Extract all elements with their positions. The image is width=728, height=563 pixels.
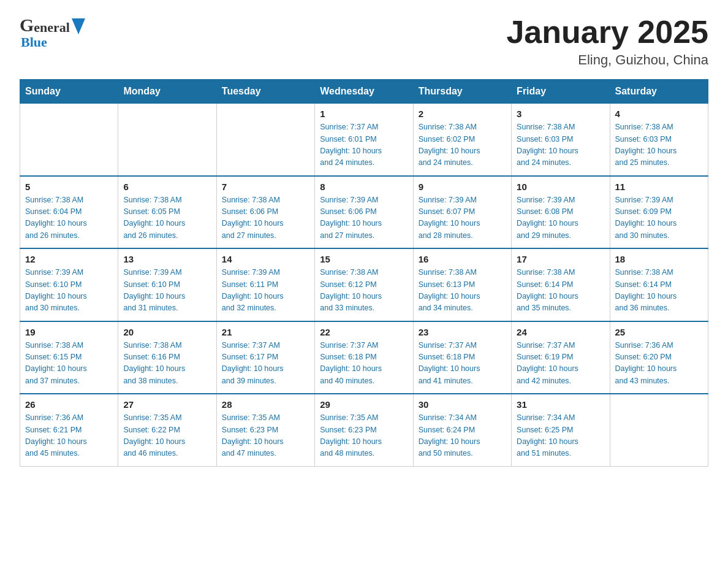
month-title: January 2025: [506, 15, 708, 50]
day-info: Sunrise: 7:39 AM Sunset: 6:08 PM Dayligh…: [517, 194, 604, 242]
calendar-cell: 25Sunrise: 7:36 AM Sunset: 6:20 PM Dayli…: [610, 321, 708, 394]
day-number: 15: [320, 254, 408, 264]
day-info: Sunrise: 7:34 AM Sunset: 6:25 PM Dayligh…: [517, 412, 604, 460]
day-number: 7: [222, 182, 309, 192]
calendar-cell: 13Sunrise: 7:39 AM Sunset: 6:10 PM Dayli…: [118, 248, 216, 321]
day-info: Sunrise: 7:39 AM Sunset: 6:06 PM Dayligh…: [320, 194, 408, 242]
calendar-cell: [610, 394, 708, 466]
day-number: 11: [615, 182, 703, 192]
day-info: Sunrise: 7:38 AM Sunset: 6:03 PM Dayligh…: [615, 121, 703, 169]
calendar-cell: 8Sunrise: 7:39 AM Sunset: 6:06 PM Daylig…: [315, 176, 413, 249]
calendar-cell: 24Sunrise: 7:37 AM Sunset: 6:19 PM Dayli…: [512, 321, 610, 394]
logo-eneral: eneral: [34, 20, 70, 36]
day-info: Sunrise: 7:37 AM Sunset: 6:18 PM Dayligh…: [419, 340, 506, 388]
day-info: Sunrise: 7:39 AM Sunset: 6:10 PM Dayligh…: [25, 267, 113, 315]
day-info: Sunrise: 7:38 AM Sunset: 6:14 PM Dayligh…: [517, 267, 604, 315]
day-number: 24: [517, 327, 604, 337]
day-number: 18: [615, 254, 703, 264]
calendar-week-row: 26Sunrise: 7:36 AM Sunset: 6:21 PM Dayli…: [20, 394, 708, 466]
logo: G eneral Blue: [20, 15, 85, 50]
day-number: 13: [123, 254, 211, 264]
calendar-cell: 23Sunrise: 7:37 AM Sunset: 6:18 PM Dayli…: [413, 321, 511, 394]
day-info: Sunrise: 7:35 AM Sunset: 6:23 PM Dayligh…: [222, 412, 309, 460]
logo-blue-text: Blue: [21, 34, 47, 50]
page-header: G eneral Blue January 2025 Eling, Guizho…: [20, 15, 708, 68]
day-number: 8: [320, 182, 408, 192]
day-info: Sunrise: 7:38 AM Sunset: 6:05 PM Dayligh…: [123, 194, 211, 242]
logo-arrow-icon: [72, 18, 85, 34]
day-number: 1: [320, 109, 408, 119]
day-info: Sunrise: 7:38 AM Sunset: 6:14 PM Dayligh…: [615, 267, 703, 315]
calendar-day-header: Monday: [118, 80, 216, 104]
day-number: 26: [25, 399, 113, 410]
calendar-cell: 4Sunrise: 7:38 AM Sunset: 6:03 PM Daylig…: [610, 104, 708, 176]
day-number: 31: [517, 399, 604, 410]
day-number: 30: [419, 399, 506, 410]
calendar-cell: 6Sunrise: 7:38 AM Sunset: 6:05 PM Daylig…: [118, 176, 216, 249]
calendar-cell: [216, 104, 314, 176]
day-number: 19: [25, 327, 113, 337]
day-info: Sunrise: 7:38 AM Sunset: 6:13 PM Dayligh…: [419, 267, 506, 315]
day-info: Sunrise: 7:39 AM Sunset: 6:07 PM Dayligh…: [419, 194, 506, 242]
day-number: 25: [615, 327, 703, 337]
calendar-cell: 5Sunrise: 7:38 AM Sunset: 6:04 PM Daylig…: [20, 176, 118, 249]
calendar-cell: 27Sunrise: 7:35 AM Sunset: 6:22 PM Dayli…: [118, 394, 216, 466]
calendar-cell: 10Sunrise: 7:39 AM Sunset: 6:08 PM Dayli…: [512, 176, 610, 249]
calendar-cell: 20Sunrise: 7:38 AM Sunset: 6:16 PM Dayli…: [118, 321, 216, 394]
calendar-cell: 1Sunrise: 7:37 AM Sunset: 6:01 PM Daylig…: [315, 104, 413, 176]
day-info: Sunrise: 7:39 AM Sunset: 6:11 PM Dayligh…: [222, 267, 309, 315]
day-number: 2: [419, 109, 506, 119]
day-info: Sunrise: 7:38 AM Sunset: 6:16 PM Dayligh…: [123, 340, 211, 388]
day-number: 16: [419, 254, 506, 264]
day-info: Sunrise: 7:38 AM Sunset: 6:15 PM Dayligh…: [25, 340, 113, 388]
calendar-cell: 28Sunrise: 7:35 AM Sunset: 6:23 PM Dayli…: [216, 394, 314, 466]
day-number: 21: [222, 327, 309, 337]
calendar-day-header: Saturday: [610, 80, 708, 104]
location-title: Eling, Guizhou, China: [506, 52, 708, 68]
calendar-table: SundayMondayTuesdayWednesdayThursdayFrid…: [20, 79, 708, 467]
day-info: Sunrise: 7:37 AM Sunset: 6:17 PM Dayligh…: [222, 340, 309, 388]
day-info: Sunrise: 7:36 AM Sunset: 6:20 PM Dayligh…: [615, 340, 703, 388]
calendar-cell: 9Sunrise: 7:39 AM Sunset: 6:07 PM Daylig…: [413, 176, 511, 249]
logo-g: G: [20, 15, 34, 36]
day-number: 27: [123, 399, 211, 410]
calendar-cell: 3Sunrise: 7:38 AM Sunset: 6:03 PM Daylig…: [512, 104, 610, 176]
day-info: Sunrise: 7:36 AM Sunset: 6:21 PM Dayligh…: [25, 412, 113, 460]
day-info: Sunrise: 7:39 AM Sunset: 6:09 PM Dayligh…: [615, 194, 703, 242]
day-number: 12: [25, 254, 113, 264]
calendar-day-header: Tuesday: [216, 80, 314, 104]
day-info: Sunrise: 7:37 AM Sunset: 6:01 PM Dayligh…: [320, 121, 408, 169]
day-number: 20: [123, 327, 211, 337]
day-info: Sunrise: 7:37 AM Sunset: 6:18 PM Dayligh…: [320, 340, 408, 388]
calendar-day-header: Wednesday: [315, 80, 413, 104]
calendar-cell: 30Sunrise: 7:34 AM Sunset: 6:24 PM Dayli…: [413, 394, 511, 466]
calendar-cell: 22Sunrise: 7:37 AM Sunset: 6:18 PM Dayli…: [315, 321, 413, 394]
calendar-cell: 11Sunrise: 7:39 AM Sunset: 6:09 PM Dayli…: [610, 176, 708, 249]
calendar-cell: 17Sunrise: 7:38 AM Sunset: 6:14 PM Dayli…: [512, 248, 610, 321]
calendar-cell: [118, 104, 216, 176]
calendar-cell: 12Sunrise: 7:39 AM Sunset: 6:10 PM Dayli…: [20, 248, 118, 321]
day-info: Sunrise: 7:39 AM Sunset: 6:10 PM Dayligh…: [123, 267, 211, 315]
day-number: 5: [25, 182, 113, 192]
calendar-cell: 19Sunrise: 7:38 AM Sunset: 6:15 PM Dayli…: [20, 321, 118, 394]
day-number: 3: [517, 109, 604, 119]
calendar-cell: 21Sunrise: 7:37 AM Sunset: 6:17 PM Dayli…: [216, 321, 314, 394]
calendar-cell: 18Sunrise: 7:38 AM Sunset: 6:14 PM Dayli…: [610, 248, 708, 321]
calendar-cell: 15Sunrise: 7:38 AM Sunset: 6:12 PM Dayli…: [315, 248, 413, 321]
calendar-day-header: Thursday: [413, 80, 511, 104]
day-info: Sunrise: 7:38 AM Sunset: 6:02 PM Dayligh…: [419, 121, 506, 169]
day-info: Sunrise: 7:38 AM Sunset: 6:04 PM Dayligh…: [25, 194, 113, 242]
day-number: 4: [615, 109, 703, 119]
calendar-cell: 29Sunrise: 7:35 AM Sunset: 6:23 PM Dayli…: [315, 394, 413, 466]
calendar-cell: 16Sunrise: 7:38 AM Sunset: 6:13 PM Dayli…: [413, 248, 511, 321]
calendar-header-row: SundayMondayTuesdayWednesdayThursdayFrid…: [20, 80, 708, 104]
day-number: 14: [222, 254, 309, 264]
day-info: Sunrise: 7:37 AM Sunset: 6:19 PM Dayligh…: [517, 340, 604, 388]
day-number: 28: [222, 399, 309, 410]
day-number: 23: [419, 327, 506, 337]
day-info: Sunrise: 7:34 AM Sunset: 6:24 PM Dayligh…: [419, 412, 506, 460]
calendar-week-row: 12Sunrise: 7:39 AM Sunset: 6:10 PM Dayli…: [20, 248, 708, 321]
day-info: Sunrise: 7:38 AM Sunset: 6:12 PM Dayligh…: [320, 267, 408, 315]
calendar-cell: 7Sunrise: 7:38 AM Sunset: 6:06 PM Daylig…: [216, 176, 314, 249]
day-info: Sunrise: 7:38 AM Sunset: 6:03 PM Dayligh…: [517, 121, 604, 169]
